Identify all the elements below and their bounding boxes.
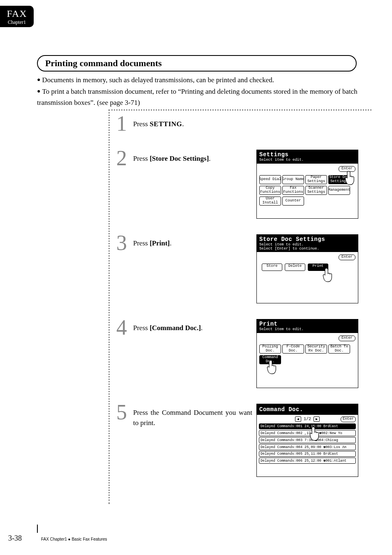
command-doc-button[interactable]: Command Doc. bbox=[259, 355, 281, 364]
footer-divider bbox=[37, 525, 38, 533]
intro-paragraphs: ●Documents in memory, such as delayed tr… bbox=[37, 75, 362, 109]
lcd-print-body: Enter Polling Doc. F-Code Doc. Security … bbox=[257, 333, 358, 387]
enter-button[interactable]: Enter bbox=[339, 254, 355, 260]
command-list-item[interactable]: Delayed Commands:006 25,12:00 ☎001:Atlan… bbox=[259, 458, 356, 464]
print-button[interactable]: Print bbox=[308, 264, 328, 271]
lcd-print-sub: Select item to edit. bbox=[259, 327, 355, 331]
tab-subtitle: Chapter1 bbox=[0, 19, 34, 25]
lcd-store-title: Store Doc Settings bbox=[259, 236, 355, 243]
command-list-item[interactable]: Delayed Commands:004 25,09:00 ☎003:Los A… bbox=[259, 444, 356, 450]
store-button[interactable]: Store bbox=[262, 264, 282, 271]
command-list-item[interactable]: Delayed Commands:003 7:30 ☎004:Chicag bbox=[259, 437, 356, 443]
lcd-settings-title: Settings bbox=[259, 151, 355, 158]
lcd-cmd-title: Command Doc. bbox=[259, 406, 355, 413]
step-5-text: Press the Command Document you want to p… bbox=[133, 404, 252, 428]
speed-dial-button[interactable]: Speed Dial bbox=[259, 175, 281, 184]
step-3-number: 3 bbox=[114, 234, 129, 252]
step-1-number: 1 bbox=[114, 115, 129, 132]
lcd-settings-body: Enter Speed Dial Group Name Paper Settin… bbox=[257, 164, 358, 218]
paper-settings-button[interactable]: Paper Settings bbox=[305, 175, 327, 184]
lcd-print-header: Print Select item to edit. bbox=[257, 319, 358, 333]
step-2: 2 Press [Store Doc Settings]. bbox=[114, 150, 252, 167]
step-2-text: Press [Store Doc Settings]. bbox=[133, 150, 252, 164]
bullet-1-text: Documents in memory, such as delayed tra… bbox=[42, 76, 274, 84]
dotted-separator-vertical bbox=[108, 109, 110, 504]
next-page-button[interactable]: ▶ bbox=[314, 416, 320, 422]
step-3-text: Press [Print]. bbox=[133, 234, 252, 249]
step-4: 4 Press [Command Doc.]. bbox=[114, 319, 252, 336]
step-4-number: 4 bbox=[114, 319, 129, 336]
tab-title: FAX bbox=[0, 8, 34, 19]
group-name-button[interactable]: Group Name bbox=[282, 175, 304, 184]
lcd-print: Print Select item to edit. Enter Polling… bbox=[256, 319, 358, 388]
step-2-number: 2 bbox=[114, 150, 129, 167]
step-5: 5 Press the Command Document you want to… bbox=[114, 404, 252, 428]
lcd-store-doc: Store Doc Settings Select item to edit. … bbox=[256, 234, 358, 303]
command-list-item[interactable]: Delayed Commands:001 24,15:00 BrdCast bbox=[259, 423, 356, 429]
chapter-tab: FAX Chapter1 bbox=[0, 6, 34, 27]
management-button[interactable]: Management bbox=[328, 186, 350, 195]
lcd-command-doc: Command Doc. ◀ 1/2 ▶ Enter Delayed Comma… bbox=[256, 404, 358, 477]
page-number: 3-38 bbox=[8, 534, 22, 543]
store-doc-settings-button[interactable]: Store Doc Settings bbox=[328, 175, 350, 184]
copy-functions-button[interactable]: Copy Functions bbox=[259, 186, 281, 195]
command-list-item[interactable]: Delayed Commands:005 25,11:00 BrdCast bbox=[259, 451, 356, 457]
prev-page-button[interactable]: ◀ bbox=[295, 416, 301, 422]
polling-doc-button[interactable]: Polling Doc. bbox=[259, 345, 281, 354]
step-5-number: 5 bbox=[114, 404, 129, 421]
batch-tx-doc-button[interactable]: Batch Tx Doc. bbox=[328, 345, 350, 354]
footer-text: FAX Chapter1 ● Basic Fax Features bbox=[41, 537, 107, 541]
step-4-text: Press [Command Doc.]. bbox=[133, 319, 252, 333]
scanner-settings-button[interactable]: Scanner Settings bbox=[305, 186, 327, 195]
lcd-store-sub2: Select [Enter] to continue. bbox=[259, 247, 355, 251]
security-rx-doc-button[interactable]: Security Rx Doc. bbox=[305, 345, 327, 354]
lcd-settings-sub: Select item to edit. bbox=[259, 158, 355, 162]
step-1-text: Press SETTING. bbox=[133, 115, 252, 130]
bullet-2: ●To print a batch transmission document,… bbox=[37, 86, 362, 108]
step-1: 1 Press SETTING. bbox=[114, 115, 252, 132]
enter-button[interactable]: Enter bbox=[339, 166, 355, 172]
fax-functions-button[interactable]: Fax Functions bbox=[282, 186, 304, 195]
enter-button[interactable]: Enter bbox=[339, 335, 355, 341]
lcd-print-title: Print bbox=[259, 321, 355, 327]
section-heading-text: Printing command documents bbox=[37, 55, 357, 72]
section-heading: Printing command documents bbox=[37, 55, 357, 72]
lcd-cmd-header: Command Doc. bbox=[257, 404, 358, 415]
lcd-store-sub1: Select item to edit. bbox=[259, 243, 355, 247]
lcd-cmd-body: ◀ 1/2 ▶ Enter Delayed Commands:001 24,15… bbox=[257, 415, 358, 476]
lcd-store-body: Enter Store Delete Print bbox=[257, 252, 358, 302]
fcode-doc-button[interactable]: F-Code Doc. bbox=[282, 345, 304, 354]
enter-button[interactable]: Enter bbox=[341, 416, 356, 422]
lcd-settings: Settings Select item to edit. Enter Spee… bbox=[256, 150, 358, 219]
lcd-cmd-pager: ◀ 1/2 ▶ Enter bbox=[259, 416, 356, 422]
user-install-button[interactable]: User Install bbox=[259, 197, 281, 206]
counter-button[interactable]: Counter bbox=[282, 197, 304, 206]
command-list-item[interactable]: Delayed Commands:002 ,17:00 ☎002:New Yo bbox=[259, 430, 356, 436]
lcd-settings-header: Settings Select item to edit. bbox=[257, 150, 358, 164]
page-indicator: 1/2 bbox=[304, 417, 311, 421]
bullet-2-text: To print a batch transmission document, … bbox=[37, 88, 357, 106]
bullet-1: ●Documents in memory, such as delayed tr… bbox=[37, 75, 362, 86]
delete-button[interactable]: Delete bbox=[285, 264, 305, 271]
lcd-store-header: Store Doc Settings Select item to edit. … bbox=[257, 235, 358, 252]
dotted-separator-horizontal bbox=[108, 109, 371, 111]
step-3: 3 Press [Print]. bbox=[114, 234, 252, 252]
